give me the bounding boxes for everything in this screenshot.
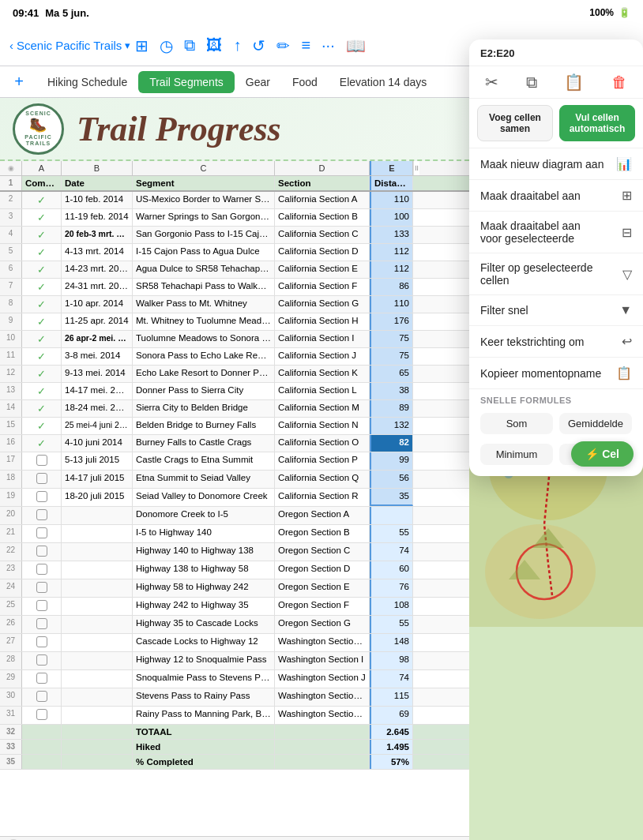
col-b[interactable]: B (62, 161, 133, 175)
filter-selected-label: Filter op geselecteerde cellen (480, 261, 622, 287)
col-a[interactable]: A (22, 161, 62, 175)
summary-percent-row: 35 % Completed 57% (0, 755, 469, 770)
table-row[interactable]: 3 ✓ 11-19 feb. 2014 Warner Springs to Sa… (0, 209, 469, 227)
table-row[interactable]: 28 Highway 12 to Snoqualmie Pass Washing… (0, 652, 469, 670)
battery-status: 100% (589, 7, 614, 18)
clock-icon[interactable]: ◷ (160, 36, 173, 55)
book-icon[interactable]: 📖 (346, 36, 366, 55)
flip-text-item[interactable]: Keer tekstrichting om ↩ (469, 326, 643, 358)
trail-logo: SCENIC 🥾 PACIFIC TRAILS (13, 103, 64, 155)
summary-hiked-row: 33 Hiked 1.495 (0, 740, 469, 755)
back-button[interactable]: ‹ Scenic Pacific Trails ▾ (9, 39, 130, 52)
copy-icon[interactable]: ⧉ (184, 36, 195, 54)
table-row[interactable]: 22 Highway 140 to Highway 138 Oregon Sec… (0, 543, 469, 561)
table-row[interactable]: 29 Snoqualmie Pass to Stevens Pass Washi… (0, 670, 469, 688)
table-row[interactable]: 2 ✓ 1-10 feb. 2014 US-Mexico Border to W… (0, 192, 469, 209)
dots-icon[interactable]: ··· (322, 36, 335, 54)
table-row[interactable]: 4 ✓ 20 feb-3 mrt. 2014 San Gorgonio Pass… (0, 227, 469, 244)
formula-minimum[interactable]: Minimum (480, 444, 553, 465)
paste-button[interactable]: 📋 (564, 73, 584, 92)
table-row[interactable]: 26 Highway 35 to Cascade Locks Oregon Se… (0, 616, 469, 634)
table-row[interactable]: 20 Donomore Creek to I-5 Oregon Section … (0, 507, 469, 525)
battery-icon: 🔋 (619, 7, 630, 18)
trail-progress-title: Trail Progress (77, 109, 281, 149)
table-icon[interactable]: ⊞ (135, 36, 149, 55)
col-e[interactable]: E (370, 161, 413, 175)
table-row[interactable]: 21 I-5 to Highway 140 Oregon Section B 5… (0, 525, 469, 543)
lines-icon[interactable]: ≡ (301, 36, 310, 54)
table-row[interactable]: 7 ✓ 24-31 mrt. 2014 SR58 Tehachapi Pass … (0, 279, 469, 296)
pivot-table-item[interactable]: Maak draaitabel aan ⊞ (469, 180, 643, 212)
table-row[interactable]: 18 14-17 juli 2015 Etna Summit to Seiad … (0, 471, 469, 489)
tab-hiking-schedule[interactable]: Hiking Schedule (36, 71, 138, 93)
sheet-header: SCENIC 🥾 PACIFIC TRAILS Trail Progress (0, 98, 469, 161)
filter-icon: ▽ (622, 267, 632, 282)
delete-cells-button[interactable]: 🗑 (611, 73, 627, 92)
quick-filter-label: Filter snel (480, 304, 528, 317)
quick-filter-item[interactable]: Filter snel ▼ (469, 295, 643, 326)
tab-gear[interactable]: Gear (235, 71, 281, 93)
table-row[interactable]: 13 ✓ 14-17 mei. 2014 Donner Pass to Sier… (0, 383, 469, 400)
share-icon[interactable]: ↑ (233, 36, 241, 54)
pivot-icon: ⊞ (622, 188, 632, 203)
flip-icon: ↩ (622, 334, 632, 349)
row-num-header: ◉ (0, 161, 22, 175)
chart-icon: 📊 (616, 156, 632, 171)
cut-button[interactable]: ✂ (485, 73, 498, 92)
pivot-table-label: Maak draaitabel aan (480, 189, 581, 202)
table-row[interactable]: 14 ✓ 18-24 mei. 2014 Sierra City to Beld… (0, 400, 469, 418)
table-row[interactable]: 24 Highway 58 to Highway 242 Oregon Sect… (0, 579, 469, 598)
table-row[interactable]: 27 Cascade Locks to Highway 12 Washingto… (0, 634, 469, 652)
copy-cells-button[interactable]: ⧉ (526, 73, 537, 92)
table-row[interactable]: 31 Rainy Pass to Manning Park, B.C. Wash… (0, 707, 469, 725)
table-row[interactable]: 17 5-13 juli 2015 Castle Crags to Etna S… (0, 452, 469, 471)
table-row[interactable]: 30 Stevens Pass to Rainy Pass Washington… (0, 688, 469, 707)
table-row[interactable]: 5 ✓ 4-13 mrt. 2014 I-15 Cajon Pass to Ag… (0, 244, 469, 261)
new-chart-label: Maak nieuw diagram aan (480, 158, 604, 171)
formula-som[interactable]: Som (480, 413, 553, 434)
table-row[interactable]: 19 18-20 juli 2015 Seiad Valley to Donom… (0, 489, 469, 507)
tab-trail-segments[interactable]: Trail Segments (138, 71, 235, 93)
copy-snapshot-label: Kopieer momentopname (480, 367, 601, 380)
table-row[interactable]: 8 ✓ 1-10 apr. 2014 Walker Pass to Mt. Wh… (0, 296, 469, 313)
copy-snapshot-item[interactable]: Kopieer momentopname 📋 (469, 358, 643, 389)
bottom-bar: ⊕ (0, 836, 469, 840)
table-row[interactable]: 10 ✓ 26 apr-2 mei. 2014 Tuolumne Meadows… (0, 331, 469, 348)
quick-filter-icon: ▼ (619, 303, 632, 317)
snapshot-icon: 📋 (616, 366, 632, 381)
auto-fill-button[interactable]: Vul cellen automatisch (559, 105, 635, 141)
back-chevron-icon: ‹ (9, 39, 13, 52)
context-menu: E2:E20 ✂ ⧉ 📋 🗑 Voeg cellen samen Vul cel… (469, 39, 643, 476)
image-icon[interactable]: 🖼 (206, 36, 222, 54)
merge-cells-button[interactable]: Voeg cellen samen (477, 105, 553, 141)
tab-elevation[interactable]: Elevation 14 days (329, 71, 438, 93)
add-tab-button[interactable]: + (6, 69, 32, 95)
quick-formulas-label: SNELLE FORMULES (469, 389, 643, 408)
table-row[interactable]: 25 Highway 242 to Highway 35 Oregon Sect… (0, 598, 469, 616)
tab-food[interactable]: Food (281, 71, 329, 93)
table-row[interactable]: 6 ✓ 14-23 mrt. 2014 Agua Dulce to SR58 T… (0, 261, 469, 279)
summary-totaal-row: 32 TOTAAL 2.645 (0, 725, 469, 740)
flip-text-label: Keer tekstrichting om (480, 336, 585, 348)
col-d[interactable]: D (275, 161, 370, 175)
grid[interactable]: 1 Completed Date Segment Section Distanc… (0, 176, 469, 836)
table-row[interactable]: 11 ✓ 3-8 mei. 2014 Sonora Pass to Echo L… (0, 348, 469, 366)
filter-selected-item[interactable]: Filter op geselecteerde cellen ▽ (469, 253, 643, 295)
grid-header-row: 1 Completed Date Segment Section Distanc… (0, 176, 469, 192)
merge-autofill-actions: Voeg cellen samen Vul cellen automatisch (469, 99, 643, 148)
new-chart-item[interactable]: Maak nieuw diagram aan 📊 (469, 148, 643, 180)
table-row[interactable]: 9 ✓ 11-25 apr. 2014 Mt. Whitney to Tuolu… (0, 313, 469, 331)
formula-gemiddelde[interactable]: Gemiddelde (559, 413, 632, 434)
refresh-icon[interactable]: ↺ (252, 36, 265, 55)
col-headers: ◉ A B C D E ⏸ (0, 161, 469, 176)
selection-label: E2:E20 (469, 39, 643, 66)
table-row[interactable]: 16 ✓ 4-10 juni 2014 Burney Falls to Cast… (0, 435, 469, 452)
table-row[interactable]: 23 Highway 138 to Highway 58 Oregon Sect… (0, 561, 469, 579)
pivot-selected-item[interactable]: Maak draaitabel aanvoor geselecteerde ⊟ (469, 212, 643, 253)
col-c[interactable]: C (133, 161, 275, 175)
table-row[interactable]: 15 ✓ 25 mei-4 juni 2014 Belden Bridge to… (0, 418, 469, 435)
toolbar-title: Scenic Pacific Trails (17, 39, 122, 52)
pen-icon[interactable]: ✏ (276, 36, 290, 55)
cel-button[interactable]: ⚡ Cel (571, 441, 634, 467)
table-row[interactable]: 12 ✓ 9-13 mei. 2014 Echo Lake Resort to … (0, 366, 469, 383)
